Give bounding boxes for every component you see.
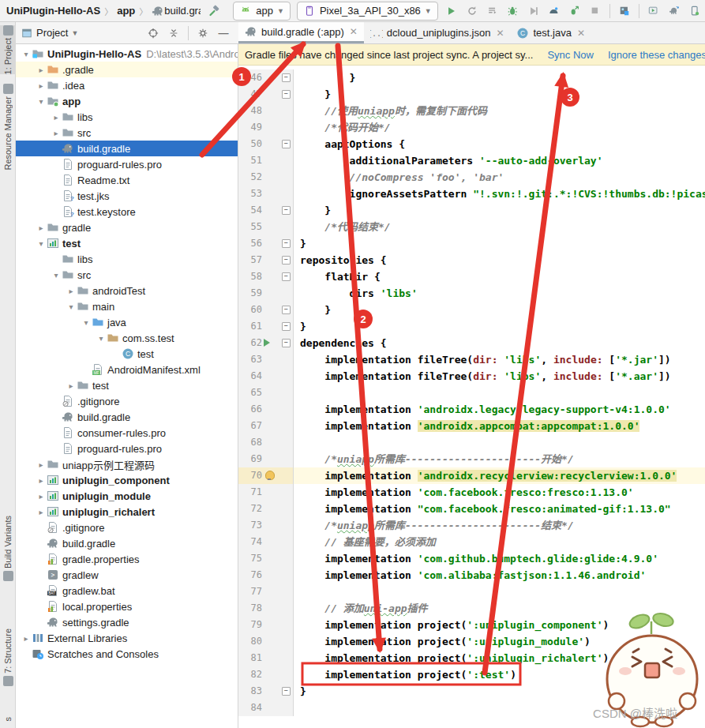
device-selector[interactable]: Pixel_3a_API_30_x86 ▼ — [297, 2, 438, 21]
chevron-down-icon[interactable]: ▾ — [96, 334, 107, 343]
tab-test-java[interactable]: Ctest.java ✕ — [510, 22, 591, 43]
tree-row[interactable]: ▸ uniplugin_component — [16, 472, 238, 488]
tree-row[interactable]: local.properties — [16, 599, 238, 614]
tool-button-resource-manager[interactable]: Resource Manager — [0, 84, 16, 171]
debug-button[interactable] — [504, 2, 523, 20]
project-panel-title[interactable]: Project — [36, 27, 68, 39]
tab-dcloud-uniplugins-json[interactable]: {..}dcloud_uniplugins.json ✕ — [364, 22, 511, 43]
code-line[interactable]: 70 implementation 'androidx.recyclerview… — [238, 467, 705, 484]
fold-icon[interactable]: − — [282, 73, 291, 82]
collapse-all-icon[interactable] — [164, 24, 183, 42]
chevron-down-icon[interactable]: ▾ — [81, 318, 92, 327]
tree-row[interactable]: BAT gradlew.bat — [16, 583, 238, 599]
fold-icon[interactable]: − — [282, 687, 291, 696]
code-line[interactable]: 53 ignoreAssetsPattern "!.svn:!.git:.*:!… — [238, 186, 705, 202]
code-line[interactable]: 50 − aaptOptions { — [238, 136, 705, 152]
code-line[interactable]: 47 − } — [238, 86, 705, 103]
code-line[interactable]: 68 — [238, 434, 705, 451]
sync-gradle-button[interactable] — [665, 2, 684, 20]
tree-row[interactable]: MF AndroidManifest.xml — [16, 362, 238, 377]
breadcrumb-project[interactable]: UniPlugin-Hello-AS — [6, 5, 100, 17]
fold-icon[interactable]: − — [282, 239, 291, 248]
build-hammer-icon[interactable] — [205, 2, 224, 20]
tree-row[interactable]: gradle.properties — [16, 551, 238, 567]
tree-row[interactable]: settings.gradle — [16, 614, 238, 630]
code-line[interactable]: 57 − repositories { — [238, 252, 705, 268]
breadcrumb-module[interactable]: app — [117, 5, 135, 17]
ignore-changes-link[interactable]: Ignore these changes — [608, 49, 705, 61]
chevron-right-icon[interactable]: ▸ — [51, 129, 62, 137]
intention-bulb-icon[interactable] — [265, 471, 275, 480]
chevron-right-icon[interactable]: ▸ — [36, 508, 47, 516]
fold-icon[interactable]: − — [282, 272, 291, 281]
tree-row[interactable]: ▸ androidTest — [16, 283, 238, 298]
code-line[interactable]: 69 /*uniapp所需库----------------------开始*/ — [238, 451, 705, 467]
tree-row[interactable]: proguard-rules.pro — [16, 156, 238, 172]
fold-icon[interactable]: − — [282, 339, 291, 347]
chevron-right-icon[interactable]: ▸ — [36, 66, 47, 74]
tree-row[interactable]: Scratches and Consoles — [16, 646, 238, 662]
tree-row[interactable]: ▾ UniPlugin-Hello-AS D:\latest\3.5.3\And… — [16, 46, 238, 62]
tool-button-build-variants[interactable]: Build Variants — [0, 516, 16, 581]
tree-row[interactable]: ▸ uniplugin_module — [16, 488, 238, 504]
code-line[interactable]: 46 − } — [238, 69, 705, 86]
tree-row[interactable]: ? test.keystore — [16, 204, 238, 220]
tree-row[interactable]: ▸ uniapp示例工程源码 — [16, 456, 238, 472]
tree-row[interactable]: ▸ src — [16, 125, 238, 141]
code-line[interactable]: 49 /*代码开始*/ — [238, 119, 705, 136]
tree-row[interactable]: ▸ uniplugin_richalert — [16, 504, 238, 520]
tree-row[interactable]: ▾ java — [16, 314, 238, 330]
fold-icon[interactable]: − — [282, 206, 291, 215]
close-icon[interactable]: ✕ — [350, 26, 358, 37]
apply-changes-button[interactable] — [463, 2, 482, 20]
chevron-down-icon[interactable]: ▾ — [36, 97, 47, 106]
tree-row[interactable]: proguard-rules.pro — [16, 441, 238, 456]
code-line[interactable]: 74 // 基座需要，必须添加 — [238, 534, 705, 550]
close-icon[interactable]: ✕ — [577, 28, 585, 39]
profile-button[interactable] — [545, 2, 564, 20]
settings-gear-icon[interactable] — [193, 24, 212, 42]
chevron-right-icon[interactable]: ▸ — [36, 223, 47, 232]
tree-row[interactable]: .gitignore — [16, 393, 238, 409]
code-line[interactable]: 52 //noCompress 'foo', 'bar' — [238, 169, 705, 186]
code-line[interactable]: 71 implementation 'com.facebook.fresco:f… — [238, 484, 705, 501]
fold-icon[interactable]: − — [282, 306, 291, 314]
chevron-right-icon[interactable]: ▸ — [36, 81, 47, 90]
tree-row[interactable]: ▸ .gradle — [16, 62, 238, 77]
fold-icon[interactable]: − — [282, 140, 291, 148]
tree-row[interactable]: C test — [16, 346, 238, 362]
fold-icon[interactable]: − — [282, 322, 291, 331]
tree-row[interactable]: ▸ libs — [16, 109, 238, 125]
project-structure-button[interactable] — [615, 2, 634, 20]
chevron-right-icon[interactable]: ▸ — [36, 476, 47, 485]
tab-build-gradle-app-[interactable]: build.gradle (:app) ✕ — [238, 22, 364, 43]
tree-row[interactable]: ▾ src — [16, 267, 238, 283]
tree-row[interactable]: ▾ com.ss.test — [16, 330, 238, 346]
code-line[interactable]: 61 − } — [238, 318, 705, 335]
code-line[interactable]: 55 /*代码结束*/ — [238, 219, 705, 235]
chevron-down-icon[interactable]: ▾ — [36, 239, 47, 248]
tree-row[interactable]: ▾ test — [16, 235, 238, 251]
tree-row[interactable]: Readme.txt — [16, 172, 238, 188]
avd-manager-button[interactable] — [644, 2, 663, 20]
code-line[interactable]: 60 − } — [238, 302, 705, 318]
chevron-right-icon[interactable]: ▸ — [66, 287, 77, 295]
tree-row[interactable]: consumer-rules.pro — [16, 425, 238, 441]
locate-file-icon[interactable] — [144, 24, 163, 42]
chevron-down-icon[interactable]: ▾ — [51, 271, 62, 280]
tree-row[interactable]: ▸ External Libraries — [16, 630, 238, 646]
chevron-right-icon[interactable]: ▸ — [66, 381, 77, 390]
chevron-right-icon[interactable]: ▸ — [51, 113, 62, 122]
code-line[interactable]: 64 implementation fileTree(dir: 'libs', … — [238, 368, 705, 385]
tool-button-project[interactable]: 1: Project — [0, 25, 16, 74]
chevron-right-icon[interactable]: ▸ — [21, 634, 32, 643]
code-line[interactable]: 56 − } — [238, 235, 705, 252]
tree-row[interactable]: build.gradle — [16, 141, 238, 156]
code-line[interactable]: 77 — [238, 584, 705, 600]
close-icon[interactable]: ✕ — [496, 28, 504, 39]
chevron-down-icon[interactable]: ▾ — [66, 302, 77, 311]
hide-panel-icon[interactable]: — — [214, 24, 233, 42]
tool-button-structure[interactable]: 7: Structure — [0, 629, 16, 686]
tree-row[interactable]: ▸ .idea — [16, 77, 238, 93]
code-line[interactable]: 72 implementation "com.facebook.fresco:a… — [238, 501, 705, 517]
